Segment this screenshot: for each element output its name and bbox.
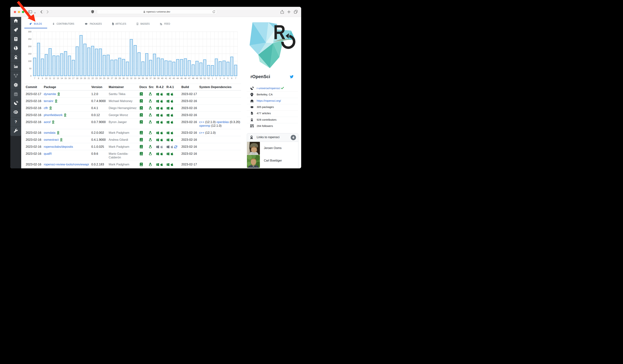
svg-text:5: 5 [227, 77, 228, 79]
svg-text:15: 15 [65, 77, 67, 79]
svg-text:4: 4 [223, 77, 225, 79]
svg-text:43: 43 [173, 77, 175, 79]
svg-text:22: 22 [91, 77, 94, 79]
svg-text:29: 29 [118, 77, 121, 79]
svg-text:51: 51 [204, 77, 206, 79]
svg-text:28: 28 [115, 77, 117, 79]
svg-text:42: 42 [169, 77, 171, 79]
svg-text:0: 0 [30, 75, 31, 77]
svg-text:21: 21 [88, 77, 90, 79]
svg-text:34: 34 [138, 77, 140, 79]
svg-text:150: 150 [28, 52, 31, 55]
svg-text:24: 24 [99, 77, 101, 79]
svg-text:?: ? [15, 120, 17, 124]
svg-text:6: 6 [231, 77, 232, 79]
svg-text:50: 50 [29, 67, 31, 69]
svg-text:37: 37 [150, 77, 152, 79]
svg-text:36: 36 [146, 77, 148, 79]
svg-text:48: 48 [192, 77, 194, 79]
svg-text:52: 52 [208, 77, 210, 79]
svg-text:26: 26 [107, 77, 109, 79]
svg-text:300: 300 [28, 30, 31, 33]
svg-text:19: 19 [80, 77, 82, 79]
svg-text:25: 25 [103, 77, 105, 79]
svg-text:27: 27 [111, 77, 113, 79]
svg-text:47: 47 [188, 77, 190, 79]
svg-text:1: 1 [212, 77, 213, 79]
svg-text:11: 11 [49, 77, 51, 79]
svg-text:23: 23 [95, 77, 97, 79]
svg-text:3: 3 [220, 77, 221, 79]
svg-text:38: 38 [153, 77, 156, 79]
svg-text:33: 33 [134, 77, 136, 79]
svg-text:12: 12 [53, 77, 55, 79]
svg-text:R: R [15, 111, 17, 114]
svg-text:44: 44 [177, 77, 179, 79]
svg-text:14: 14 [61, 77, 63, 79]
svg-text:45: 45 [180, 77, 183, 79]
svg-text:39: 39 [157, 77, 159, 79]
svg-text:250: 250 [28, 38, 31, 40]
svg-text:49: 49 [196, 77, 198, 79]
svg-text:200: 200 [28, 45, 31, 47]
svg-text:17: 17 [72, 77, 74, 79]
svg-text:7: 7 [34, 77, 35, 79]
svg-text:46: 46 [184, 77, 187, 79]
svg-text:32: 32 [130, 77, 132, 79]
svg-text:8: 8 [38, 77, 39, 79]
svg-text:2: 2 [216, 77, 217, 79]
svg-text:100: 100 [28, 60, 31, 62]
svg-text:35: 35 [142, 77, 144, 79]
svg-text:9: 9 [42, 77, 43, 79]
svg-text:20: 20 [84, 77, 86, 79]
svg-text:R: R [273, 22, 286, 43]
svg-text:10: 10 [45, 77, 47, 79]
svg-text:40: 40 [161, 77, 163, 79]
svg-text:41: 41 [165, 77, 167, 79]
svg-text:7: 7 [235, 77, 236, 79]
svg-text:50: 50 [200, 77, 202, 79]
svg-text:31: 31 [126, 77, 129, 79]
svg-text:13: 13 [57, 77, 59, 79]
svg-text:30: 30 [122, 77, 125, 79]
svg-text:16: 16 [68, 77, 71, 79]
svg-text:18: 18 [76, 77, 78, 79]
